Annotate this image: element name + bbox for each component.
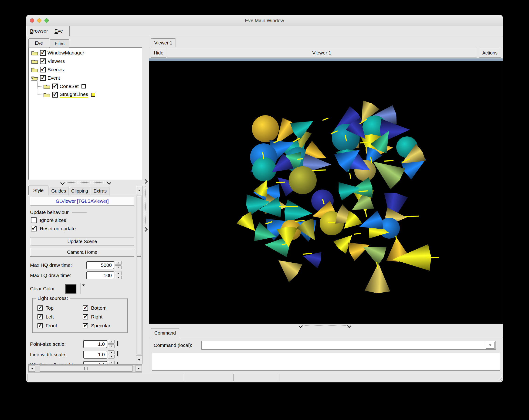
glviewer-button[interactable]: GLViewer [TGLSAViewer] — [30, 197, 134, 206]
spin-up-button[interactable] — [108, 361, 115, 364]
main-vsplitter[interactable] — [143, 36, 149, 373]
command-splitter[interactable] — [149, 324, 503, 328]
vscroll-thumb[interactable] — [137, 196, 142, 354]
tab-viewer-1[interactable]: Viewer 1 — [151, 39, 176, 47]
scale-value[interactable]: 1.0 — [83, 351, 107, 358]
tab-extras[interactable]: Extras — [91, 187, 109, 195]
light-bottom-checkbox[interactable] — [83, 305, 88, 311]
straight-line — [303, 253, 312, 254]
titlebar: Eve Main Window — [26, 15, 503, 26]
ignore-sizes-row: Ignore sizes — [31, 217, 66, 223]
scale-value[interactable]: 1.0 — [83, 361, 107, 364]
update-scene-button[interactable]: Update Scene — [30, 237, 134, 246]
tree-checkbox[interactable] — [40, 67, 46, 72]
clear-color-dropdown[interactable] — [82, 286, 85, 290]
reset-on-update-row: Reset on update — [31, 226, 76, 231]
spin-up-button[interactable] — [108, 350, 115, 354]
tab-style[interactable]: Style — [28, 185, 48, 195]
scale-label: Wireframe line width — [30, 361, 74, 364]
tab-guides[interactable]: Guides — [49, 187, 68, 195]
light-specular-checkbox[interactable] — [83, 323, 88, 328]
spinner-value[interactable]: 100 — [86, 272, 114, 279]
straight-line — [360, 143, 370, 143]
scale-checkbox[interactable] — [117, 362, 118, 364]
collapse-down-icon[interactable] — [299, 324, 303, 328]
tree-item-windowmanager[interactable]: WindowManager — [29, 49, 138, 57]
command-dropdown-button[interactable] — [486, 342, 495, 349]
tree-item-label[interactable]: Scenes — [48, 67, 64, 72]
spin-up-button[interactable] — [115, 271, 121, 275]
tree-checkbox[interactable] — [40, 75, 46, 81]
straight-line — [358, 191, 368, 191]
light-right-checkbox[interactable] — [83, 314, 88, 319]
scale-spin-buttons — [108, 340, 115, 348]
camera-home-button[interactable]: Camera Home — [30, 248, 134, 257]
hscroll-thumb[interactable] — [40, 365, 132, 372]
gl-viewport[interactable] — [149, 61, 503, 324]
tree-item-label[interactable]: WindowManager — [48, 50, 84, 56]
tab-command[interactable]: Command — [151, 328, 179, 337]
viewer-titlebar[interactable]: Viewer 1 — [167, 48, 477, 58]
spin-down-button[interactable] — [108, 355, 115, 358]
spinner-label: Max LQ draw time: — [30, 271, 71, 280]
command-output[interactable] — [152, 353, 500, 371]
scale-checkbox[interactable] — [117, 351, 118, 356]
tab-clipping[interactable]: Clipping — [69, 187, 90, 195]
tree-splitter[interactable] — [28, 180, 142, 185]
command-input[interactable] — [201, 341, 496, 350]
glviewer-button-label: GLViewer [TGLSAViewer] — [56, 198, 109, 204]
tab-files[interactable]: Files — [50, 39, 69, 48]
scale-value[interactable]: 1.0 — [83, 340, 107, 348]
scroll-left-button[interactable] — [29, 365, 35, 372]
actions-button[interactable]: Actions — [479, 48, 501, 58]
tree-item-label[interactable]: Viewers — [48, 58, 65, 64]
spinner-value[interactable]: 5000 — [86, 261, 114, 269]
spin-up-button[interactable] — [108, 340, 115, 344]
spin-down-button[interactable] — [115, 265, 121, 269]
tree-item-label[interactable]: StraightLines — [60, 92, 88, 98]
menu-bar: BrowserEve — [26, 26, 503, 36]
clear-color-swatch[interactable] — [65, 284, 76, 294]
menu-item-eve[interactable]: Eve — [54, 28, 63, 34]
collapse-left-icon[interactable] — [143, 179, 147, 184]
style-vscrollbar[interactable] — [136, 195, 143, 364]
tree-item-straightlines[interactable]: StraightLines — [29, 91, 138, 99]
scale-checkbox[interactable] — [117, 341, 118, 346]
tree-checkbox[interactable] — [52, 92, 58, 98]
collapse-up-icon[interactable] — [60, 180, 65, 185]
tree-item-label[interactable]: Event — [48, 75, 60, 81]
tree-item-label[interactable]: ConeSet — [60, 84, 79, 89]
collapse-down-icon[interactable] — [347, 324, 351, 328]
spinner-row: Max LQ draw time:100 — [28, 271, 134, 280]
spin-down-button[interactable] — [115, 276, 121, 279]
tree-checkbox[interactable] — [40, 50, 46, 56]
scroll-up-button[interactable] — [136, 186, 143, 195]
tree-color-swatch[interactable] — [91, 93, 95, 97]
tree-color-swatch[interactable] — [81, 84, 86, 89]
tree-checkbox[interactable] — [40, 58, 46, 64]
tree-item-coneset[interactable]: ConeSet — [29, 82, 138, 91]
light-left-checkbox[interactable] — [38, 314, 43, 319]
spin-up-button[interactable] — [115, 261, 121, 265]
gl-scene — [236, 99, 439, 294]
light-top-checkbox[interactable] — [38, 305, 43, 311]
light-front-checkbox[interactable] — [38, 323, 43, 328]
light-row-top: Top — [38, 305, 53, 311]
spin-down-button[interactable] — [108, 344, 115, 348]
collapse-left-icon[interactable] — [143, 227, 147, 231]
style-hscrollbar[interactable] — [28, 364, 142, 372]
status-segment — [279, 374, 502, 381]
ignore-sizes-checkbox[interactable] — [31, 217, 37, 223]
tree-item-event[interactable]: Event — [29, 74, 138, 82]
tree-item-viewers[interactable]: Viewers — [29, 57, 138, 66]
menu-item-browser[interactable]: Browser — [30, 28, 48, 34]
tree-item-scenes[interactable]: Scenes — [29, 66, 138, 74]
tree-checkbox[interactable] — [52, 84, 58, 89]
collapse-up-icon[interactable] — [107, 180, 111, 185]
scroll-down-button[interactable] — [136, 355, 142, 364]
tab-eve[interactable]: Eve — [28, 39, 49, 48]
hide-button[interactable]: Hide — [151, 48, 166, 58]
tree-connector-icon — [38, 86, 42, 87]
reset-on-update-checkbox[interactable] — [31, 226, 37, 231]
scroll-right-button[interactable] — [135, 365, 142, 372]
